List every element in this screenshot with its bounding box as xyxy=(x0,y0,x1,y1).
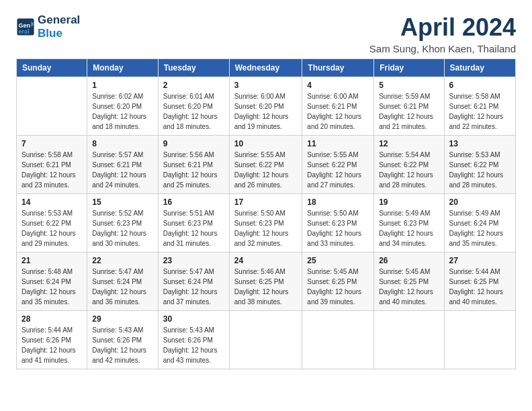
calendar-day-cell: 4Sunrise: 6:00 AM Sunset: 6:21 PM Daylig… xyxy=(302,77,374,136)
calendar-day-cell: 26Sunrise: 5:45 AM Sunset: 6:25 PM Dayli… xyxy=(374,253,444,311)
day-number: 26 xyxy=(379,256,439,265)
day-of-week-header: Friday xyxy=(374,59,444,77)
day-info: Sunrise: 5:59 AM Sunset: 6:21 PM Dayligh… xyxy=(379,91,439,132)
day-info: Sunrise: 5:44 AM Sunset: 6:25 PM Dayligh… xyxy=(449,267,511,307)
day-number: 16 xyxy=(163,197,224,207)
day-info: Sunrise: 5:48 AM Sunset: 6:24 PM Dayligh… xyxy=(21,267,82,307)
day-info: Sunrise: 5:45 AM Sunset: 6:25 PM Dayligh… xyxy=(307,267,369,307)
calendar-day-cell: 22Sunrise: 5:47 AM Sunset: 6:24 PM Dayli… xyxy=(87,253,159,311)
day-info: Sunrise: 5:51 AM Sunset: 6:23 PM Dayligh… xyxy=(163,208,224,248)
calendar-day-cell: 10Sunrise: 5:55 AM Sunset: 6:22 PM Dayli… xyxy=(229,136,302,194)
day-number: 13 xyxy=(449,139,511,148)
calendar-day-cell: 1Sunrise: 6:02 AM Sunset: 6:20 PM Daylig… xyxy=(87,77,159,136)
logo-text: General Blue xyxy=(38,13,80,40)
day-number: 23 xyxy=(163,256,224,265)
day-info: Sunrise: 5:46 AM Sunset: 6:25 PM Dayligh… xyxy=(234,267,298,307)
title-area: April 2024 Sam Sung, Khon Kaen, Thailand xyxy=(369,13,516,54)
day-info: Sunrise: 5:53 AM Sunset: 6:22 PM Dayligh… xyxy=(449,150,511,190)
day-number: 11 xyxy=(307,139,369,148)
day-of-week-header: Monday xyxy=(87,59,159,77)
calendar-body: 1Sunrise: 6:02 AM Sunset: 6:20 PM Daylig… xyxy=(17,77,516,369)
day-number: 14 xyxy=(21,197,82,207)
calendar-week-row: 28Sunrise: 5:44 AM Sunset: 6:26 PM Dayli… xyxy=(17,311,516,369)
calendar-day-cell xyxy=(444,311,516,369)
day-info: Sunrise: 6:00 AM Sunset: 6:21 PM Dayligh… xyxy=(307,91,369,132)
day-info: Sunrise: 5:58 AM Sunset: 6:21 PM Dayligh… xyxy=(21,150,82,190)
day-number: 8 xyxy=(92,139,153,148)
day-number: 19 xyxy=(379,197,439,207)
day-info: Sunrise: 5:55 AM Sunset: 6:22 PM Dayligh… xyxy=(234,150,298,190)
day-number: 30 xyxy=(163,314,224,324)
day-number: 9 xyxy=(163,139,224,148)
day-number: 1 xyxy=(92,81,153,90)
day-number: 4 xyxy=(307,81,369,90)
calendar-day-cell: 20Sunrise: 5:49 AM Sunset: 6:24 PM Dayli… xyxy=(444,194,516,253)
calendar-day-cell: 2Sunrise: 6:01 AM Sunset: 6:20 PM Daylig… xyxy=(158,77,229,136)
calendar-day-cell: 29Sunrise: 5:43 AM Sunset: 6:26 PM Dayli… xyxy=(87,311,159,369)
day-info: Sunrise: 5:57 AM Sunset: 6:21 PM Dayligh… xyxy=(92,150,153,190)
calendar-day-cell xyxy=(229,311,302,369)
calendar-day-cell: 8Sunrise: 5:57 AM Sunset: 6:21 PM Daylig… xyxy=(87,136,159,194)
calendar-day-cell: 21Sunrise: 5:48 AM Sunset: 6:24 PM Dayli… xyxy=(17,253,87,311)
calendar-day-cell: 19Sunrise: 5:49 AM Sunset: 6:23 PM Dayli… xyxy=(374,194,444,253)
day-info: Sunrise: 5:44 AM Sunset: 6:26 PM Dayligh… xyxy=(21,325,82,365)
calendar-day-cell: 28Sunrise: 5:44 AM Sunset: 6:26 PM Dayli… xyxy=(17,311,87,369)
day-of-week-header: Thursday xyxy=(302,59,374,77)
calendar-day-cell: 6Sunrise: 5:58 AM Sunset: 6:21 PM Daylig… xyxy=(444,77,516,136)
day-info: Sunrise: 5:43 AM Sunset: 6:26 PM Dayligh… xyxy=(92,325,153,365)
day-info: Sunrise: 5:54 AM Sunset: 6:22 PM Dayligh… xyxy=(379,150,439,190)
day-number: 2 xyxy=(163,81,224,90)
calendar-week-row: 21Sunrise: 5:48 AM Sunset: 6:24 PM Dayli… xyxy=(17,253,516,311)
logo-icon: Gen eral xyxy=(16,17,35,36)
calendar-day-cell: 23Sunrise: 5:47 AM Sunset: 6:24 PM Dayli… xyxy=(158,253,229,311)
day-info: Sunrise: 5:56 AM Sunset: 6:21 PM Dayligh… xyxy=(163,150,224,190)
logo: Gen eral General Blue xyxy=(16,13,80,40)
day-number: 20 xyxy=(449,197,511,207)
day-number: 18 xyxy=(307,197,369,207)
header: Gen eral General Blue April 2024 Sam Sun… xyxy=(16,13,516,54)
calendar-day-cell: 30Sunrise: 5:43 AM Sunset: 6:26 PM Dayli… xyxy=(158,311,229,369)
day-number: 22 xyxy=(92,256,153,265)
day-number: 6 xyxy=(449,81,511,90)
day-number: 5 xyxy=(379,81,439,90)
calendar-header-row: SundayMondayTuesdayWednesdayThursdayFrid… xyxy=(17,59,516,77)
day-info: Sunrise: 5:58 AM Sunset: 6:21 PM Dayligh… xyxy=(449,91,511,132)
calendar-day-cell: 11Sunrise: 5:55 AM Sunset: 6:22 PM Dayli… xyxy=(302,136,374,194)
day-of-week-header: Sunday xyxy=(17,59,87,77)
day-info: Sunrise: 5:53 AM Sunset: 6:22 PM Dayligh… xyxy=(21,208,82,248)
calendar-day-cell: 17Sunrise: 5:50 AM Sunset: 6:23 PM Dayli… xyxy=(229,194,302,253)
day-of-week-header: Wednesday xyxy=(229,59,302,77)
calendar-day-cell: 24Sunrise: 5:46 AM Sunset: 6:25 PM Dayli… xyxy=(229,253,302,311)
svg-text:eral: eral xyxy=(19,28,30,34)
calendar-day-cell: 27Sunrise: 5:44 AM Sunset: 6:25 PM Dayli… xyxy=(444,253,516,311)
day-of-week-header: Tuesday xyxy=(158,59,229,77)
calendar-day-cell: 25Sunrise: 5:45 AM Sunset: 6:25 PM Dayli… xyxy=(302,253,374,311)
day-number: 24 xyxy=(234,256,298,265)
calendar-table: SundayMondayTuesdayWednesdayThursdayFrid… xyxy=(16,58,516,369)
calendar-day-cell: 7Sunrise: 5:58 AM Sunset: 6:21 PM Daylig… xyxy=(17,136,87,194)
day-number: 21 xyxy=(21,256,82,265)
calendar-week-row: 14Sunrise: 5:53 AM Sunset: 6:22 PM Dayli… xyxy=(17,194,516,253)
calendar-day-cell: 12Sunrise: 5:54 AM Sunset: 6:22 PM Dayli… xyxy=(374,136,444,194)
day-number: 17 xyxy=(234,197,298,207)
day-info: Sunrise: 5:49 AM Sunset: 6:23 PM Dayligh… xyxy=(379,208,439,248)
calendar-day-cell xyxy=(374,311,444,369)
day-info: Sunrise: 6:01 AM Sunset: 6:20 PM Dayligh… xyxy=(163,91,224,132)
calendar-day-cell: 13Sunrise: 5:53 AM Sunset: 6:22 PM Dayli… xyxy=(444,136,516,194)
calendar-day-cell: 14Sunrise: 5:53 AM Sunset: 6:22 PM Dayli… xyxy=(17,194,87,253)
day-info: Sunrise: 5:47 AM Sunset: 6:24 PM Dayligh… xyxy=(163,267,224,307)
month-title: April 2024 xyxy=(369,13,516,42)
day-info: Sunrise: 6:02 AM Sunset: 6:20 PM Dayligh… xyxy=(92,91,153,132)
day-of-week-header: Saturday xyxy=(444,59,516,77)
day-info: Sunrise: 5:50 AM Sunset: 6:23 PM Dayligh… xyxy=(307,208,369,248)
day-number: 27 xyxy=(449,256,511,265)
day-info: Sunrise: 5:55 AM Sunset: 6:22 PM Dayligh… xyxy=(307,150,369,190)
day-number: 28 xyxy=(21,314,82,324)
day-number: 29 xyxy=(92,314,153,324)
calendar-week-row: 1Sunrise: 6:02 AM Sunset: 6:20 PM Daylig… xyxy=(17,77,516,136)
day-number: 15 xyxy=(92,197,153,207)
calendar-day-cell: 5Sunrise: 5:59 AM Sunset: 6:21 PM Daylig… xyxy=(374,77,444,136)
day-number: 25 xyxy=(307,256,369,265)
location-title: Sam Sung, Khon Kaen, Thailand xyxy=(369,43,516,54)
calendar-day-cell: 3Sunrise: 6:00 AM Sunset: 6:20 PM Daylig… xyxy=(229,77,302,136)
